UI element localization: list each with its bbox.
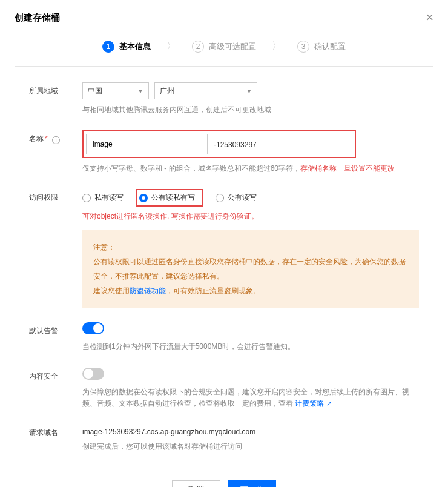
radio-private[interactable]: 私有读写 (82, 193, 124, 203)
notice-line-1: 公有读权限可以通过匿名身份直接读取您存储桶中的数据，存在一定的安全风险，为确保您… (93, 254, 408, 283)
modal-title: 创建存储桶 (15, 12, 60, 24)
close-icon[interactable]: × (426, 11, 433, 24)
security-hint: 为保障您的数据在公有读权限下的合规安全问题，建议您开启内容安全，对您后续上传的所… (82, 386, 419, 409)
cancel-button[interactable]: 取消 (172, 480, 220, 487)
step-num-3: 3 (297, 41, 309, 53)
step-indicator: 1 基本信息 〉 2 高级可选配置 〉 3 确认配置 (15, 35, 433, 67)
permission-warn: 可对object进行匿名读操作, 写操作需要进行身份验证。 (82, 211, 419, 222)
name-highlight-box: -1253093297 (82, 130, 356, 158)
bucket-name-input[interactable] (86, 134, 207, 154)
anti-leech-link[interactable]: 防盗链功能 (130, 287, 166, 295)
radio-icon (139, 194, 148, 202)
radio-icon (216, 194, 224, 202)
domain-label: 请求域名 (29, 424, 82, 452)
next-button[interactable]: 下一步 (228, 480, 276, 487)
region-label: 所属地域 (29, 82, 82, 116)
step-label-1: 基本信息 (119, 41, 151, 52)
external-link-icon: ↗ (326, 400, 332, 407)
modal-footer: 取消 下一步 (0, 472, 448, 487)
security-toggle[interactable] (82, 368, 104, 380)
permission-highlight-box: 公有读私有写 (136, 189, 203, 207)
domain-hint: 创建完成后，您可以使用该域名对存储桶进行访问 (82, 441, 419, 452)
domain-value: image-1253093297.cos.ap-guangzhou.myqclo… (82, 424, 419, 436)
notice-line-2: 建议您使用防盗链功能，可有效防止流量盗刷现象。 (93, 283, 408, 298)
step-advanced: 2 高级可选配置 (192, 41, 256, 53)
region-city-select[interactable]: 广州 ▼ (154, 82, 257, 99)
region-hint: 与相同地域其他腾讯云服务内网互通，创建后不可更改地域 (82, 104, 419, 116)
pricing-link[interactable]: 计费策略 ↗ (295, 399, 331, 408)
step-label-3: 确认配置 (314, 41, 346, 52)
name-label: 名称* i (29, 130, 82, 174)
region-country-value: 中国 (88, 86, 102, 96)
alarm-toggle[interactable] (82, 322, 104, 334)
caret-down-icon: ▼ (137, 88, 143, 94)
caret-down-icon: ▼ (246, 88, 252, 94)
permission-notice: 注意： 公有读权限可以通过匿名身份直接读取您存储桶中的数据，存在一定的安全风险，… (82, 230, 419, 308)
radio-public[interactable]: 公有读写 (216, 193, 257, 203)
region-city-value: 广州 (160, 86, 174, 96)
modal-header: 创建存储桶 × (0, 0, 448, 35)
chevron-right-icon: 〉 (166, 40, 176, 53)
notice-title: 注意： (93, 240, 408, 254)
radio-public-read-private-write[interactable]: 公有读私有写 (139, 193, 195, 203)
region-country-select[interactable]: 中国 ▼ (82, 82, 149, 99)
step-label-2: 高级可选配置 (209, 41, 256, 52)
step-num-1: 1 (102, 41, 114, 53)
form-body: 所属地域 中国 ▼ 广州 ▼ 与相同地域其他腾讯云服务内网互通，创建后不可更改地… (0, 67, 448, 472)
radio-icon (82, 194, 91, 202)
permission-label: 访问权限 (29, 189, 82, 308)
step-num-2: 2 (192, 41, 204, 53)
step-confirm: 3 确认配置 (297, 41, 346, 53)
alarm-label: 默认告警 (29, 322, 82, 353)
info-icon[interactable]: i (52, 136, 60, 144)
bucket-name-suffix: -1253093297 (207, 134, 352, 154)
name-hint: 仅支持小写字母、数字和 - 的组合，域名字数总和不能超过60字符，存储桶名称一旦… (82, 163, 419, 174)
chevron-right-icon: 〉 (272, 40, 282, 53)
security-label: 内容安全 (29, 368, 82, 409)
create-bucket-modal: 创建存储桶 × 1 基本信息 〉 2 高级可选配置 〉 3 确认配置 所属地域 … (0, 0, 448, 487)
step-basic-info: 1 基本信息 (102, 41, 151, 53)
alarm-hint: 当检测到1分钟内外网下行流量大于5000MB时，会进行告警通知。 (82, 341, 419, 353)
